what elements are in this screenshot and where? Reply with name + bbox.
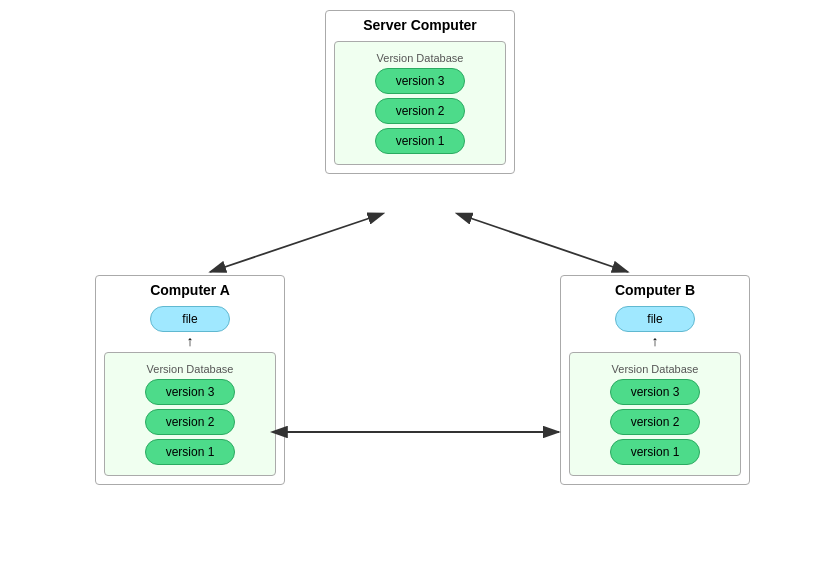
- computer-b-version-3: version 3: [610, 379, 700, 405]
- computer-a-version-3: version 3: [145, 379, 235, 405]
- arrow-server-to-a: [210, 218, 370, 272]
- server-db-label: Version Database: [343, 52, 497, 64]
- computer-a-file: file: [150, 306, 230, 332]
- computer-a-db-area: Version Database version 3 version 2 ver…: [104, 352, 276, 476]
- computer-b-box: Computer B file ↑ Version Database versi…: [560, 275, 750, 485]
- computer-a-title: Computer A: [96, 276, 284, 302]
- computer-a-version-2: version 2: [145, 409, 235, 435]
- computer-b-title: Computer B: [561, 276, 749, 302]
- server-title: Server Computer: [326, 11, 514, 37]
- computer-a-box: Computer A file ↑ Version Database versi…: [95, 275, 285, 485]
- computer-b-version-1: version 1: [610, 439, 700, 465]
- inner-arrow-a: ↑: [96, 334, 284, 348]
- computer-b-db-label: Version Database: [578, 363, 732, 375]
- computer-a-db-label: Version Database: [113, 363, 267, 375]
- computer-a-version-1: version 1: [145, 439, 235, 465]
- diagram-container: Server Computer Version Database version…: [0, 0, 840, 563]
- computer-b-db-area: Version Database version 3 version 2 ver…: [569, 352, 741, 476]
- server-version-3: version 3: [375, 68, 465, 94]
- server-version-1: version 1: [375, 128, 465, 154]
- arrow-server-to-b: [470, 218, 628, 272]
- computer-b-file: file: [615, 306, 695, 332]
- inner-arrow-b: ↑: [561, 334, 749, 348]
- server-version-2: version 2: [375, 98, 465, 124]
- computer-b-version-2: version 2: [610, 409, 700, 435]
- server-db-area: Version Database version 3 version 2 ver…: [334, 41, 506, 165]
- server-computer-box: Server Computer Version Database version…: [325, 10, 515, 174]
